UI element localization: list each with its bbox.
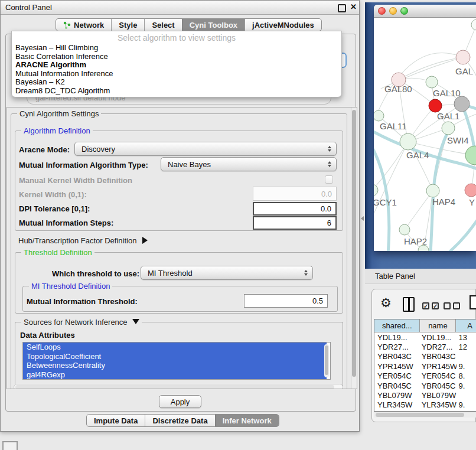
network-node-gal10[interactable] bbox=[426, 76, 438, 88]
columns-icon[interactable] bbox=[403, 297, 415, 312]
network-node-gal1[interactable] bbox=[429, 99, 442, 112]
cyni-algorithm-settings-title: Cyni Algorithm Settings bbox=[17, 109, 101, 118]
data-attributes-listbox[interactable]: SelfLoopsTopologicalCoefficientBetweenne… bbox=[22, 342, 331, 380]
kernel-width-field[interactable]: 0.0 bbox=[253, 187, 337, 201]
algorithm-option-bayesian-k2[interactable]: Bayesian – K2 bbox=[14, 78, 339, 87]
expand-right-icon[interactable] bbox=[142, 237, 148, 244]
close-icon[interactable]: ✕ bbox=[350, 2, 357, 11]
collapse-down-icon[interactable] bbox=[132, 319, 139, 324]
tab-jactivemnodules[interactable]: jActiveMNodules bbox=[244, 19, 321, 31]
table-row[interactable]: YLR345WYLR345W9. bbox=[374, 400, 476, 410]
dpi-tolerance-field[interactable]: 0.0 bbox=[253, 202, 337, 216]
node-label-swi4: SWI4 bbox=[447, 135, 469, 145]
table-row[interactable]: YBL079WYBL079W bbox=[374, 390, 476, 400]
apply-button[interactable]: Apply bbox=[159, 395, 201, 408]
settings-horizontal-scrollbar-thumb[interactable] bbox=[15, 385, 334, 389]
network-window-titlebar[interactable] bbox=[374, 5, 476, 18]
table-row[interactable]: YPR145WYPR145W9. bbox=[374, 361, 476, 371]
minimized-panel-icon[interactable] bbox=[2, 441, 18, 450]
data-attributes-label: Data Attributes bbox=[20, 331, 75, 340]
deselect-all-icon[interactable] bbox=[444, 302, 460, 309]
table-cell: YBR045C bbox=[420, 381, 457, 390]
table-row[interactable]: YDR27...YDR27...12 bbox=[374, 342, 476, 351]
attribute-list-scrollbar-thumb[interactable] bbox=[325, 345, 328, 375]
tab-style[interactable]: Style bbox=[111, 19, 144, 31]
table-row[interactable]: YBR043CYBR043C bbox=[374, 352, 476, 361]
network-node-gcy1[interactable] bbox=[374, 184, 378, 196]
table-horizontal-scrollbar-thumb[interactable] bbox=[376, 413, 464, 417]
mi-type-combobox[interactable]: Naive Bayes bbox=[161, 157, 337, 171]
network-edge[interactable] bbox=[405, 191, 433, 230]
sources-group: Sources for Network Inference Data Attri… bbox=[15, 322, 343, 389]
network-canvas[interactable]: GALGAL80GAL10GAL1SWI4GAL11GAL4HAP4YGCY1H… bbox=[374, 18, 476, 251]
network-edge[interactable] bbox=[447, 216, 476, 251]
select-all-icon[interactable]: ✓✓ bbox=[422, 302, 439, 309]
network-node-hap4[interactable] bbox=[426, 184, 439, 197]
cyni-algorithm-settings-group: Cyni Algorithm Settings Algorithm Defini… bbox=[11, 113, 347, 389]
algorithm-option-mutual-information-inference[interactable]: Mutual Information Inference bbox=[14, 70, 339, 79]
sources-title: Sources for Network Inference bbox=[21, 318, 142, 327]
algorithm-list: Bayesian – Hill ClimbingBasic Correlatio… bbox=[14, 44, 339, 96]
network-node[interactable] bbox=[454, 96, 470, 112]
algorithm-option-basic-correlation-inference[interactable]: Basic Correlation Inference bbox=[14, 53, 339, 61]
algorithm-option-dream8-dc-tdc-algorithm[interactable]: Dream8 DC_TDC Algorithm bbox=[14, 87, 339, 96]
settings-scrollbar[interactable] bbox=[351, 107, 357, 389]
gear-icon[interactable]: ⚙ bbox=[380, 296, 392, 309]
attribute-list-scrollbar[interactable] bbox=[324, 344, 329, 377]
table-horizontal-scrollbar[interactable] bbox=[374, 412, 476, 418]
zoom-light-icon[interactable] bbox=[400, 7, 408, 15]
tab-cyni-toolbox[interactable]: Cyni Toolbox bbox=[182, 19, 244, 31]
algorithm-option-aracne-algorithm[interactable]: ARACNE Algorithm bbox=[14, 61, 339, 70]
mi-steps-field[interactable]: 6 bbox=[253, 216, 337, 230]
float-window-icon[interactable] bbox=[338, 4, 346, 12]
tab-label: Network bbox=[74, 21, 104, 30]
settings-horizontal-scrollbar[interactable] bbox=[14, 384, 343, 389]
column-header-name[interactable]: name bbox=[420, 319, 456, 332]
table-panel-titlebar[interactable]: Table Panel bbox=[365, 269, 476, 284]
manual-kernel-label: Manual Kernel Width Definition bbox=[19, 176, 132, 185]
network-node-swi4[interactable] bbox=[442, 122, 455, 135]
network-node-gal11[interactable] bbox=[374, 110, 384, 121]
table-cell: YBR045C bbox=[374, 381, 420, 390]
tab-network[interactable]: Network bbox=[56, 19, 111, 31]
node-label-gal: GAL bbox=[455, 66, 473, 76]
column-header-a[interactable]: A bbox=[456, 319, 476, 332]
settings-scrollbar-thumb[interactable] bbox=[352, 110, 356, 377]
attribute-item-topologicalcoefficient[interactable]: TopologicalCoefficient bbox=[23, 352, 327, 361]
algorithm-option-bayesian-hill-climbing[interactable]: Bayesian – Hill Climbing bbox=[14, 44, 339, 53]
mi-threshold-field[interactable]: 0.5 bbox=[244, 294, 328, 308]
column-header-shared[interactable]: shared... bbox=[374, 319, 420, 332]
table-row[interactable]: YDL19...YDL19...13 bbox=[374, 332, 476, 342]
manual-kernel-checkbox[interactable] bbox=[325, 175, 333, 184]
network-node[interactable] bbox=[471, 19, 476, 30]
aracne-mode-combobox[interactable]: Discovery bbox=[74, 142, 337, 156]
minimize-light-icon[interactable] bbox=[389, 7, 397, 15]
which-threshold-combobox[interactable]: MI Threshold bbox=[141, 266, 313, 280]
tab-impute-data[interactable]: Impute Data bbox=[87, 415, 145, 426]
network-node[interactable] bbox=[465, 146, 476, 165]
attribute-item-gal4rgexp[interactable]: gal4RGexp bbox=[23, 370, 327, 380]
table-row[interactable]: YBR045CYBR045C9. bbox=[374, 381, 476, 390]
network-node-gal[interactable] bbox=[456, 50, 470, 64]
cyni-settings-viewport: Cyni Algorithm Settings Algorithm Defini… bbox=[6, 107, 357, 389]
table-row[interactable]: YER054CYER054C8. bbox=[374, 371, 476, 381]
tab-label: Impute Data bbox=[94, 416, 138, 425]
table-panel-title: Table Panel bbox=[375, 272, 415, 281]
tab-discretize-data[interactable]: Discretize Data bbox=[145, 415, 214, 426]
network-edge[interactable] bbox=[374, 142, 408, 221]
control-panel-titlebar[interactable]: Control Panel ✕ bbox=[1, 1, 359, 15]
attribute-item-selfloops[interactable]: SelfLoops bbox=[23, 343, 327, 352]
close-light-icon[interactable] bbox=[378, 7, 386, 15]
tab-label: Infer Network bbox=[223, 416, 272, 425]
attribute-item-betweennesscentrality[interactable]: BetweennessCentrality bbox=[23, 361, 327, 370]
export-table-icon[interactable] bbox=[470, 295, 476, 309]
kernel-width-label: Kernel Width (0,1): bbox=[19, 190, 87, 199]
panel-divider-grip[interactable] bbox=[361, 216, 364, 221]
tab-label: jActiveMNodules bbox=[252, 21, 314, 30]
network-node-hap2[interactable] bbox=[399, 224, 410, 235]
network-node-y[interactable] bbox=[465, 184, 476, 197]
network-node-gal4[interactable] bbox=[400, 133, 416, 150]
tab-select[interactable]: Select bbox=[144, 19, 181, 31]
hub-definition-expander[interactable]: Hub/Transcription Factor Definition bbox=[18, 236, 148, 245]
tab-infer-network[interactable]: Infer Network bbox=[215, 415, 279, 426]
